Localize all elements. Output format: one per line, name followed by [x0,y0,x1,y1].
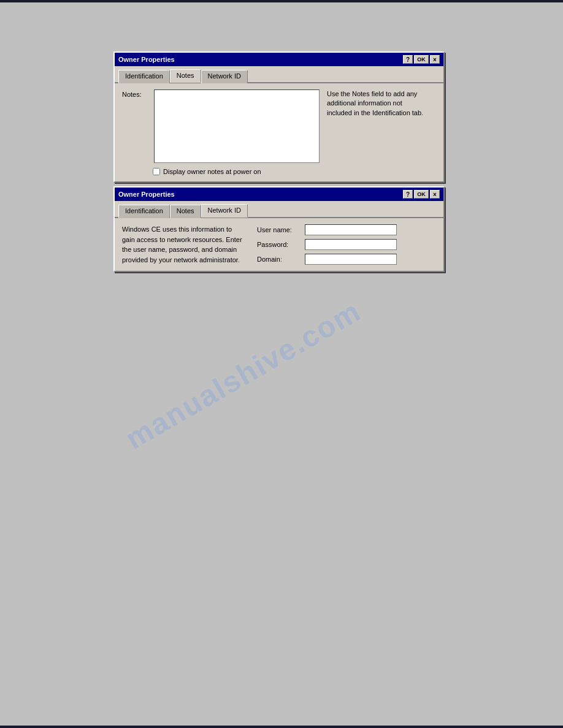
bottom-border [0,726,563,728]
dialog-2-body: Windows CE uses this information to gain… [115,218,443,271]
notes-content: Notes: Use the Notes field to add any ad… [122,89,436,163]
username-input[interactable] [305,224,397,235]
help-button-2[interactable]: ? [403,190,413,199]
title-bar-1: Owner Properties ? OK × [115,53,443,66]
title-bar-2: Owner Properties ? OK × [115,188,443,201]
network-content: Windows CE uses this information to gain… [122,224,436,265]
ok-button-2[interactable]: OK [414,190,429,199]
dialog-2-title: Owner Properties [118,191,175,198]
notes-label: Notes: [122,89,147,98]
dialog-1: Owner Properties ? OK × Identification N… [113,51,445,183]
close-button-2[interactable]: × [430,190,440,199]
close-button-1[interactable]: × [430,55,440,64]
password-label: Password: [257,241,300,248]
title-bar-1-buttons: ? OK × [403,55,440,64]
page-content: Owner Properties ? OK × Identification N… [0,2,563,726]
password-input[interactable] [305,239,397,250]
title-bar-2-buttons: ? OK × [403,190,440,199]
checkbox-row: Display owner notes at power on [122,168,436,175]
notes-textarea[interactable] [154,89,320,163]
network-description: Windows CE uses this information to gain… [122,224,245,265]
field-row-username: User name: [257,224,436,235]
tab-bar-2: Identification Notes Network ID [115,201,443,218]
display-notes-checkbox[interactable] [153,168,160,175]
field-row-domain: Domain: [257,254,436,265]
dialog-1-title: Owner Properties [118,56,175,63]
network-fields: User name: Password: Domain: [257,224,436,265]
tab-notes-1[interactable]: Notes [170,69,201,83]
tab-networkid-2[interactable]: Network ID [201,204,248,218]
notes-hint: Use the Notes field to add any additiona… [327,89,425,118]
dialog-2: Owner Properties ? OK × Identification N… [113,186,445,272]
help-button-1[interactable]: ? [403,55,413,64]
watermark: manualshive.com [120,294,366,455]
field-row-password: Password: [257,239,436,250]
domain-label: Domain: [257,256,300,263]
username-label: User name: [257,226,300,233]
ok-button-1[interactable]: OK [414,55,429,64]
tab-bar-1: Identification Notes Network ID [115,66,443,83]
tab-identification-2[interactable]: Identification [118,205,170,218]
tab-identification-1[interactable]: Identification [118,70,170,83]
checkbox-label: Display owner notes at power on [163,168,261,175]
tab-notes-2[interactable]: Notes [170,205,201,218]
dialog-1-body: Notes: Use the Notes field to add any ad… [115,83,443,181]
domain-input[interactable] [305,254,397,265]
tab-networkid-1[interactable]: Network ID [201,70,248,83]
